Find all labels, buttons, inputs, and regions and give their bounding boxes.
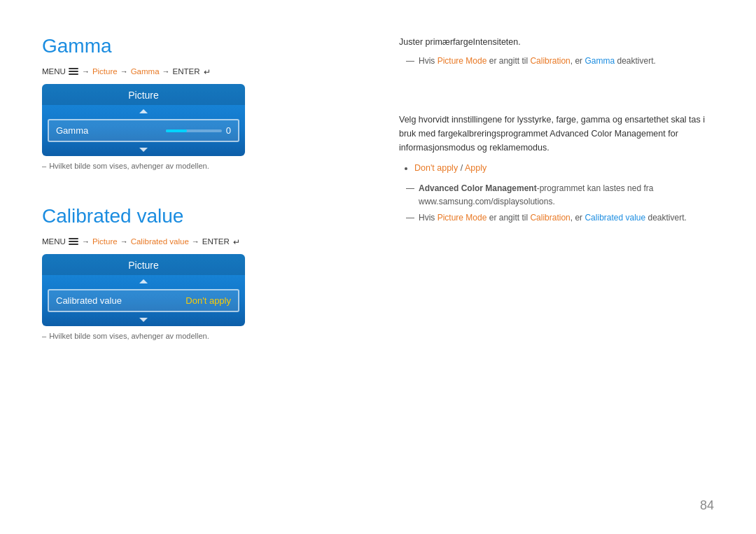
calibrated-menu-path: MENU → Picture → Calibrated value → ENTE… <box>42 237 357 246</box>
calibrated-picture-mode-note: Hvis Picture Mode er angitt til Calibrat… <box>399 211 714 225</box>
calibrated-description: Velg hvorvidt innstillingene for lysstyr… <box>399 113 714 155</box>
calibrated-tv-box: Picture Calibrated value Don't apply <box>42 254 245 326</box>
gamma-value: 0 <box>226 125 231 136</box>
gamma-calibration-label: Calibration <box>530 56 570 66</box>
menu-gamma: Gamma <box>131 67 160 76</box>
gamma-right-section: Juster primærfargeIntensiteten. Hvis Pic… <box>399 35 714 71</box>
calibrated-section: Calibrated value MENU → Picture → Calibr… <box>42 205 357 340</box>
menu-picture-cal: Picture <box>92 237 118 246</box>
svg-marker-2 <box>139 279 148 283</box>
svg-marker-3 <box>139 318 148 322</box>
calibrated-row-value: Don't apply <box>186 295 231 306</box>
page-number: 84 <box>700 498 714 513</box>
advanced-color-management-label: Advanced Color Management <box>419 183 537 193</box>
gamma-title: Gamma <box>42 35 357 57</box>
dont-apply-apply-item: Don't apply / Apply <box>414 160 714 176</box>
menu-icon-cal <box>69 238 78 245</box>
right-column: Juster primærfargeIntensiteten. Hvis Pic… <box>399 35 714 427</box>
chevron-up-icon <box>138 108 149 115</box>
chevron-up-icon-cal <box>138 278 149 285</box>
menu-icon <box>69 68 78 75</box>
tv-box-title-gamma: Picture <box>128 90 159 101</box>
calibrated-row-label: Calibrated value <box>56 295 122 306</box>
tv-box-header-gamma: Picture <box>42 84 245 105</box>
gamma-tv-box: Picture Gamma 0 <box>42 84 245 156</box>
gamma-section: Gamma MENU → Picture → Gamma → ENTER Pic… <box>42 35 357 170</box>
tv-box-header-cal: Picture <box>42 254 245 275</box>
gamma-slider[interactable]: 0 <box>88 125 231 136</box>
tv-nav-up-gamma[interactable] <box>42 105 245 118</box>
menu-calval: Calibrated value <box>131 237 189 246</box>
calibrated-bullet-list: Don't apply / Apply <box>414 160 714 176</box>
svg-marker-1 <box>139 148 148 152</box>
menu-enter: ENTER <box>173 67 200 76</box>
calibrated-note: Hvilket bilde som vises, avhenger av mod… <box>42 332 357 340</box>
tv-nav-down-gamma[interactable] <box>42 143 245 156</box>
slider-fill <box>166 129 187 132</box>
menu-prefix: MENU <box>42 67 66 76</box>
svg-marker-0 <box>139 109 148 113</box>
gamma-picture-mode-label: Picture Mode <box>438 56 487 66</box>
gamma-note: Hvilket bilde som vises, avhenger av mod… <box>42 162 357 170</box>
gamma-row-label: Gamma <box>56 125 88 136</box>
advanced-color-note: Advanced Color Management-programmet kan… <box>399 182 714 209</box>
enter-icon-cal <box>233 237 243 246</box>
gamma-row: Gamma 0 <box>48 119 239 142</box>
menu-prefix-cal: MENU <box>42 237 66 246</box>
calibrated-row: Calibrated value Don't apply <box>48 289 239 312</box>
gamma-description: Juster primærfargeIntensiteten. <box>399 35 714 49</box>
tv-nav-down-cal[interactable] <box>42 314 245 326</box>
dont-apply-label: Don't apply <box>414 163 458 173</box>
cal-calibration-label: Calibration <box>530 213 570 223</box>
menu-picture: Picture <box>92 67 118 76</box>
chevron-down-icon <box>138 146 149 153</box>
gamma-deactivated-label: Gamma <box>584 56 615 66</box>
tv-box-title-cal: Picture <box>128 260 159 271</box>
calibrated-right-section: Velg hvorvidt innstillingene for lysstyr… <box>399 113 714 227</box>
cal-picture-mode-label: Picture Mode <box>438 213 487 223</box>
gamma-menu-path: MENU → Picture → Gamma → ENTER <box>42 67 357 76</box>
bullet-sep: / <box>458 163 465 173</box>
calibrated-title: Calibrated value <box>42 205 357 227</box>
cal-value-label: Calibrated value <box>584 213 645 223</box>
apply-label: Apply <box>465 163 486 173</box>
gamma-picture-mode-note: Hvis Picture Mode er angitt til Calibrat… <box>399 55 714 68</box>
chevron-down-icon-cal <box>138 316 149 323</box>
enter-icon <box>204 67 214 76</box>
tv-nav-up-cal[interactable] <box>42 275 245 288</box>
menu-enter-cal: ENTER <box>202 237 230 246</box>
left-column: Gamma MENU → Picture → Gamma → ENTER Pic… <box>42 35 357 427</box>
slider-track <box>166 129 222 132</box>
